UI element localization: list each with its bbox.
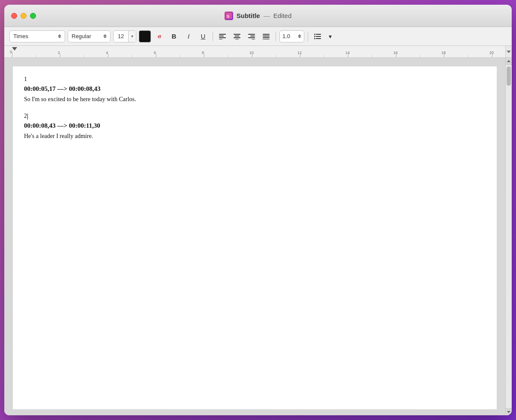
ruler-label-6: 6 bbox=[154, 51, 156, 55]
svg-rect-12 bbox=[248, 37, 255, 38]
scrollbar-up-button[interactable] bbox=[506, 58, 512, 65]
list-chevron-icon: ▾ bbox=[329, 33, 332, 40]
font-style-stepper[interactable] bbox=[103, 34, 107, 38]
align-right-icon bbox=[248, 33, 255, 39]
align-justify-button[interactable] bbox=[260, 30, 272, 42]
align-center-button[interactable] bbox=[231, 30, 243, 42]
ruler-scale: 0 2 4 6 8 10 12 14 bbox=[4, 46, 505, 57]
ruler-label-14: 14 bbox=[345, 51, 350, 55]
ruler-label-20: 20 bbox=[489, 51, 494, 55]
font-style-down-arrow[interactable] bbox=[103, 36, 107, 38]
svg-rect-16 bbox=[263, 37, 270, 38]
svg-rect-8 bbox=[234, 37, 240, 38]
list-icon bbox=[314, 33, 321, 39]
svg-rect-2 bbox=[219, 34, 226, 35]
line-spacing-picker[interactable]: 1.0 bbox=[279, 30, 304, 42]
ruler-minor-1 bbox=[36, 55, 36, 57]
ruler-minor-15 bbox=[372, 55, 372, 57]
bold-icon: B bbox=[172, 33, 177, 40]
ruler-label-12: 12 bbox=[297, 51, 302, 55]
list-dropdown-button[interactable]: ▾ bbox=[326, 30, 334, 42]
minimize-button[interactable] bbox=[21, 13, 27, 19]
strikethrough-icon: a bbox=[158, 33, 161, 40]
ruler-minor-5 bbox=[132, 55, 132, 57]
text-cursor bbox=[27, 114, 28, 120]
block-number-2: 2 bbox=[24, 112, 486, 120]
italic-button[interactable]: I bbox=[183, 30, 195, 42]
main-area: 0 2 4 6 8 10 12 14 bbox=[4, 46, 512, 415]
toolbar-separator-1 bbox=[213, 32, 213, 41]
subtitle-block-2: 2 00:00:08,43 —> 00:00:11,30 He's a lead… bbox=[24, 112, 486, 140]
svg-point-19 bbox=[314, 33, 315, 35]
ruler-right-tab bbox=[505, 46, 512, 58]
font-style-label: Regular bbox=[72, 33, 91, 39]
svg-rect-15 bbox=[263, 36, 270, 36]
ruler-label-0: 0 bbox=[10, 50, 12, 54]
align-left-icon bbox=[219, 33, 226, 39]
ruler-minor-17 bbox=[420, 55, 420, 57]
font-style-picker[interactable]: Regular bbox=[68, 30, 111, 42]
svg-rect-18 bbox=[316, 34, 321, 35]
ruler-label-2: 2 bbox=[58, 51, 60, 55]
font-family-label: Times bbox=[13, 33, 28, 39]
bold-button[interactable]: B bbox=[168, 30, 180, 42]
ruler-minor-11 bbox=[276, 55, 276, 57]
scroll-down-arrow-icon bbox=[507, 411, 510, 413]
svg-rect-10 bbox=[248, 34, 255, 35]
chevron-down-icon: ▾ bbox=[131, 34, 133, 39]
svg-text:S: S bbox=[227, 14, 229, 18]
font-family-up-arrow[interactable] bbox=[58, 34, 61, 36]
subtitle-text-2[interactable]: He's a leader I really admire. bbox=[24, 132, 486, 141]
ruler: 0 2 4 6 8 10 12 14 bbox=[4, 46, 505, 58]
right-scrollbar bbox=[505, 58, 512, 415]
font-size-input[interactable] bbox=[114, 31, 128, 42]
svg-rect-7 bbox=[235, 36, 240, 36]
align-right-button[interactable] bbox=[246, 30, 258, 42]
document-page[interactable]: 1 00:00:05,17 —> 00:00:08,43 So I'm so e… bbox=[13, 66, 497, 409]
ruler-tick-6 bbox=[156, 54, 156, 57]
ruler-minor-7 bbox=[180, 55, 180, 57]
ruler-row: 0 2 4 6 8 10 12 14 bbox=[4, 46, 512, 58]
line-spacing-stepper[interactable] bbox=[298, 34, 301, 38]
close-button[interactable] bbox=[11, 13, 17, 19]
traffic-lights bbox=[11, 13, 36, 19]
scrollbar-thumb[interactable] bbox=[507, 66, 511, 86]
line-spacing-label: 1.0 bbox=[282, 33, 290, 39]
doc-content[interactable]: 1 00:00:05,17 —> 00:00:08,43 So I'm so e… bbox=[4, 58, 505, 415]
font-size-area: ▾ bbox=[113, 30, 136, 42]
line-spacing-up-arrow[interactable] bbox=[298, 34, 301, 36]
ruler-minor-19 bbox=[468, 55, 468, 57]
font-family-down-arrow[interactable] bbox=[58, 36, 61, 38]
font-family-picker[interactable]: Times bbox=[9, 30, 65, 42]
titlebar: S Subtitle — Edited bbox=[4, 5, 512, 27]
align-left-button[interactable] bbox=[216, 30, 228, 42]
svg-rect-9 bbox=[235, 39, 239, 39]
line-spacing-down-arrow[interactable] bbox=[298, 36, 301, 38]
align-center-icon bbox=[234, 33, 240, 39]
svg-rect-22 bbox=[316, 38, 321, 39]
list-button[interactable] bbox=[312, 30, 324, 42]
underline-icon: U bbox=[201, 33, 206, 40]
underline-button[interactable]: U bbox=[197, 30, 209, 42]
font-style-up-arrow[interactable] bbox=[103, 34, 107, 36]
svg-rect-3 bbox=[219, 36, 224, 36]
scrollbar-down-button[interactable] bbox=[506, 408, 512, 415]
svg-rect-14 bbox=[263, 34, 270, 35]
subtitle-block-1: 1 00:00:05,17 —> 00:00:08,43 So I'm so e… bbox=[24, 75, 486, 103]
font-size-chevron[interactable]: ▾ bbox=[128, 31, 136, 42]
color-swatch[interactable] bbox=[139, 30, 151, 42]
subtitle-text-1[interactable]: So I'm so excited to be here today with … bbox=[24, 95, 486, 104]
font-family-stepper[interactable] bbox=[58, 34, 61, 38]
toolbar: Times Regular ▾ a bbox=[4, 27, 512, 46]
svg-rect-4 bbox=[219, 37, 226, 38]
ruler-minor-9 bbox=[228, 55, 228, 57]
toolbar-separator-2 bbox=[276, 32, 276, 41]
maximize-button[interactable] bbox=[30, 13, 36, 19]
toolbar-separator-3 bbox=[308, 32, 308, 41]
strikethrough-button[interactable]: a bbox=[153, 30, 165, 42]
ruler-label-18: 18 bbox=[441, 51, 446, 55]
ruler-tick-0 bbox=[12, 52, 12, 57]
block-number-1: 1 bbox=[24, 75, 486, 84]
content-area: 0 2 4 6 8 10 12 14 bbox=[4, 46, 512, 415]
svg-rect-13 bbox=[252, 39, 255, 39]
